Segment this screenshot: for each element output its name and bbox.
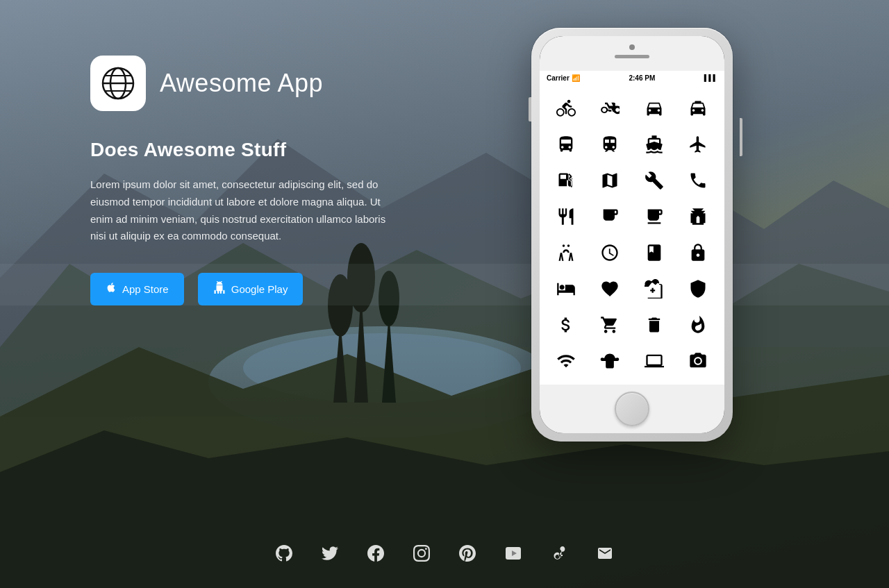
phone-inner: Carrier 📶 2:46 PM ▌▌▌ [540,36,724,433]
phone-camera [629,44,635,50]
icon-drink [588,199,633,235]
icon-restroom [544,235,588,271]
instagram-icon [413,545,430,562]
email-icon [597,545,613,562]
app-header: Awesome App [90,56,438,111]
phone-screen [540,85,724,385]
app-title: Awesome App [160,69,323,98]
googleplus-social-link[interactable] [547,541,572,566]
icon-coffee [632,199,676,235]
icon-map [588,162,633,199]
twitter-icon [322,545,338,562]
right-panel: Carrier 📶 2:46 PM ▌▌▌ [438,42,833,442]
facebook-social-link[interactable] [363,541,388,566]
status-carrier: Carrier 📶 [547,74,580,82]
icon-bicycle [544,90,588,126]
icon-phone [676,162,721,199]
status-bar: Carrier 📶 2:46 PM ▌▌▌ [540,71,724,85]
footer [0,519,889,588]
facebook-icon [367,545,384,562]
github-social-link[interactable] [272,541,297,566]
phone-mockup: Carrier 📶 2:46 PM ▌▌▌ [531,28,740,442]
phone-power-button [740,118,742,156]
icon-lock [676,235,721,271]
status-time: 2:46 PM [629,74,655,82]
icon-shield [676,271,721,307]
android-icon [213,281,226,297]
main-section: Awesome App Does Awesome Stuff Lorem ips… [0,0,889,519]
youtube-social-link[interactable] [501,541,526,566]
icon-heart [588,271,633,307]
svg-point-19 [563,244,565,247]
googleplay-label: Google Play [231,283,288,295]
icon-wifi [544,343,588,379]
status-right: ▌▌▌ [704,74,717,81]
globe-icon [100,65,136,101]
icon-bus [544,126,588,162]
icon-train [588,126,633,162]
page-content: Awesome App Does Awesome Stuff Lorem ips… [0,0,889,588]
pinterest-social-link[interactable] [455,541,480,566]
phone-volume-button [529,97,531,121]
icon-laptop [632,343,676,379]
twitter-social-link[interactable] [317,541,342,566]
instagram-social-link[interactable] [409,541,434,566]
icon-clock [588,235,633,271]
icon-medical [632,271,676,307]
github-icon [276,545,292,562]
phone-outer-shell: Carrier 📶 2:46 PM ▌▌▌ [531,28,733,442]
app-icon [90,56,146,111]
app-description: Lorem ipsum dolor sit amet, consectetur … [90,176,396,245]
googleplay-button[interactable]: Google Play [198,273,304,305]
icon-taxi [676,90,721,126]
icons-grid [544,90,720,379]
icon-boat [632,126,676,162]
icon-book [632,235,676,271]
icon-motorcycle [588,90,633,126]
google-plus-icon [551,545,567,562]
icon-gas-station [544,162,588,199]
icon-cook [588,343,633,379]
phone-top [540,36,724,71]
left-panel: Awesome App Does Awesome Stuff Lorem ips… [90,42,438,305]
icon-hotel [544,271,588,307]
app-tagline: Does Awesome Stuff [90,139,438,161]
apple-icon [106,281,117,297]
phone-speaker [615,55,649,58]
android-logo [213,281,226,294]
icon-fire [676,307,721,343]
icon-cocktail [676,199,721,235]
icon-wrench [632,162,676,199]
svg-point-20 [567,244,570,247]
cta-buttons: App Store Google Play [90,273,438,305]
appstore-button[interactable]: App Store [90,273,184,305]
phone-bottom [540,385,724,433]
home-button[interactable] [615,392,649,426]
icon-airplane [676,126,721,162]
svg-point-21 [696,358,701,363]
youtube-icon [504,545,523,562]
appstore-label: App Store [122,283,169,295]
icon-money [544,307,588,343]
icon-car [632,90,676,126]
icon-trash [632,307,676,343]
email-social-link[interactable] [592,541,617,566]
icon-restaurant [544,199,588,235]
icon-cart [588,307,633,343]
pinterest-icon [459,545,476,562]
icon-camera [676,343,721,379]
